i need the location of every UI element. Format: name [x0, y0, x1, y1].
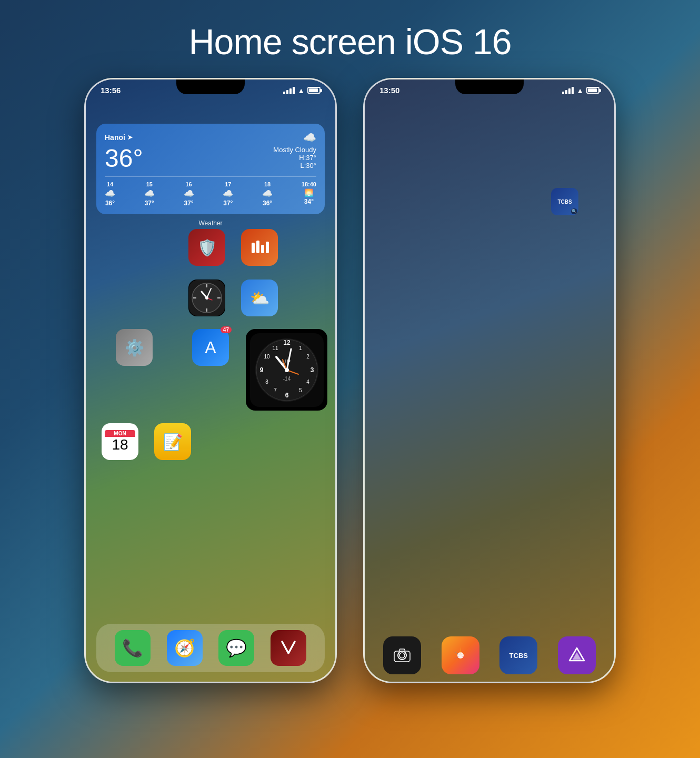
weather-small-icon: ⛅: [241, 280, 278, 316]
notch-right: [455, 79, 524, 94]
notch-left: [176, 79, 245, 94]
bottom-row-right: TCBS: [373, 636, 606, 674]
svg-text:8: 8: [265, 379, 268, 385]
app-photos-bottom[interactable]: [442, 636, 479, 674]
battery-icon-left: [307, 87, 321, 94]
svg-rect-0: [252, 243, 255, 253]
forecast-2: 15☁️37°: [144, 181, 155, 207]
svg-text:6: 6: [285, 392, 288, 399]
phones-container: 13:56 ▲ Hanoi ➤ ☁️: [0, 78, 700, 683]
phone-right-bg: [365, 79, 614, 682]
svg-text:9: 9: [259, 366, 263, 374]
notes-icon: 📝: [154, 423, 191, 460]
forecast-1: 14☁️36°: [105, 181, 115, 207]
weather-label: Weather: [86, 220, 335, 227]
clock-large-icon: 12 3 6 9 1 2 4 5 7 8 10 11 UP: [246, 329, 327, 411]
clock-small-icon: [188, 280, 225, 316]
dock-left: 📞 🧭 💬: [96, 624, 325, 672]
svg-text:4: 4: [306, 379, 309, 385]
signal-icon-right: [562, 87, 574, 94]
page-title: Home screen iOS 16: [0, 0, 700, 62]
status-right-right: ▲: [562, 86, 599, 95]
svg-point-13: [205, 296, 208, 300]
forecast-5: 18☁️36°: [262, 181, 273, 207]
svg-text:1: 1: [299, 345, 302, 351]
musi-icon: [241, 229, 278, 266]
weather-forecast: 14☁️36° 15☁️37° 16☁️37° 17☁️37° 18☁️36° …: [105, 176, 316, 207]
settings-icon: ⚙️: [116, 329, 153, 366]
appstore-icon: A 47: [192, 329, 229, 366]
weather-main: 36° Mostly Cloudy H:37° L:30°: [105, 146, 316, 171]
phone-left: 13:56 ▲ Hanoi ➤ ☁️: [84, 78, 337, 683]
svg-rect-2: [261, 245, 264, 253]
time-left: 13:56: [101, 86, 121, 95]
app-tcbs-lib: TCBS 🔍: [551, 188, 578, 215]
weather-temp: 36°: [105, 146, 143, 171]
weather-widget[interactable]: Hanoi ➤ ☁️ 36° Mostly Cloudy H:37° L:30°…: [96, 124, 325, 214]
forecast-4: 17☁️37°: [223, 181, 233, 207]
dock-phone[interactable]: 📞: [115, 630, 151, 666]
calendar-dock-icon: MON 18: [102, 423, 138, 460]
app-protonvpn-bottom[interactable]: [558, 636, 596, 674]
clock-large-item[interactable]: 12 3 6 9 1 2 4 5 7 8 10 11 UP: [263, 329, 311, 419]
svg-text:10: 10: [264, 354, 270, 360]
app-tcbs-bottom[interactable]: TCBS: [499, 636, 537, 674]
svg-text:-14: -14: [283, 376, 291, 382]
dock-messages[interactable]: 💬: [218, 630, 254, 666]
dock-vinotes[interactable]: [271, 630, 306, 666]
phone-right: 13:50 ▲ 🔍 App Library: [363, 78, 616, 683]
dock-safari[interactable]: 🧭: [167, 630, 203, 666]
svg-rect-1: [256, 241, 259, 253]
svg-text:5: 5: [299, 387, 302, 393]
pc-covid-icon: 🛡️: [188, 229, 225, 266]
appstore-badge: 47: [221, 326, 232, 333]
svg-text:11: 11: [272, 345, 278, 351]
svg-text:7: 7: [274, 387, 277, 393]
wifi-icon-left: ▲: [297, 86, 305, 95]
svg-text:3: 3: [310, 366, 314, 374]
battery-icon-right: [586, 87, 599, 94]
signal-icon-left: [283, 87, 295, 94]
svg-rect-3: [266, 242, 269, 253]
weather-location: Hanoi ➤ ☁️: [105, 131, 316, 144]
weather-desc: Mostly Cloudy H:37° L:30°: [273, 146, 316, 169]
svg-point-34: [285, 368, 289, 372]
svg-text:12: 12: [283, 339, 291, 346]
svg-point-48: [399, 653, 405, 658]
wifi-icon-right: ▲: [576, 86, 584, 95]
status-right-left: ▲: [283, 86, 321, 95]
forecast-3: 16☁️37°: [184, 181, 194, 207]
time-right: 13:50: [379, 86, 399, 95]
app-camera-bottom[interactable]: [383, 636, 421, 674]
forecast-6: 18:40🌅34°: [302, 181, 316, 207]
svg-text:2: 2: [306, 354, 309, 360]
